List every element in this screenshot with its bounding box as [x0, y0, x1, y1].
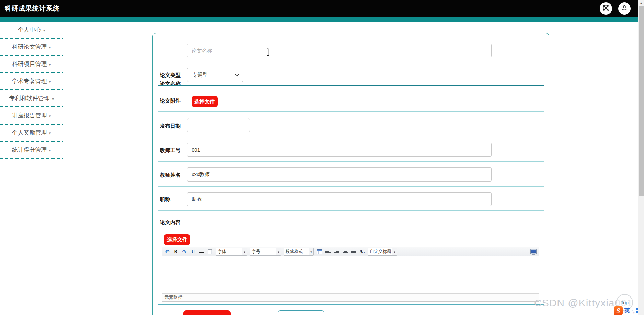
scrollbar-thumb[interactable] — [639, 6, 644, 196]
justify-glyph — [351, 249, 356, 254]
align-left-glyph — [325, 249, 331, 254]
user-icon — [621, 5, 628, 12]
app-title: 科研成果统计系统 — [5, 4, 60, 13]
text-cursor — [266, 48, 271, 58]
ime-language-toggle[interactable]: 英 — [624, 307, 630, 314]
sidebar-divider — [0, 158, 63, 159]
page-icon — [208, 249, 212, 254]
sidebar-item-patent-software-mgmt[interactable]: 专利和软件管理 ▾ — [0, 90, 63, 106]
app-window: 科研成果统计系统 — [0, 0, 644, 315]
sidebar-item-label: 讲座报告管理 — [12, 112, 47, 119]
job-title-label: 职称 — [160, 196, 170, 203]
ime-punctuation-toggle[interactable]: ·, — [632, 308, 635, 314]
sidebar-item-personal-award-mgmt[interactable]: 个人奖励管理 ▾ — [0, 125, 63, 141]
chevron-down-icon: ▾ — [49, 131, 51, 136]
chevron-down-icon: ▾ — [49, 114, 51, 118]
topbar: 科研成果统计系统 — [0, 0, 638, 17]
row-divider — [158, 60, 544, 60]
editor-toolbar: ↶ B ↷ U — 字体 ▾ 字号 ▾ 段落格式 ▾ — [162, 247, 539, 256]
paper-content-label: 论文内容 — [160, 219, 181, 226]
table-icon — [317, 249, 322, 254]
paper-attachment-file-button[interactable]: 选择文件 — [192, 96, 218, 107]
sogou-ime-icon[interactable]: S — [614, 306, 623, 315]
sidebar-item-label: 科研项目管理 — [12, 60, 47, 68]
paper-content-file-button[interactable]: 选择文件 — [164, 234, 190, 245]
editor-content-area[interactable] — [162, 256, 539, 293]
chevron-down-icon: ▾ — [49, 80, 51, 84]
publish-date-label: 发布日期 — [160, 123, 181, 129]
paragraph-format-select[interactable]: 段落格式 ▾ — [284, 248, 314, 256]
underline-icon[interactable]: U — [190, 248, 196, 255]
undo-icon[interactable]: ↶ — [164, 248, 170, 255]
paper-name-input[interactable] — [187, 44, 492, 57]
align-left-icon[interactable] — [325, 248, 331, 255]
insert-table-icon[interactable] — [316, 248, 322, 255]
align-center-glyph — [343, 249, 348, 254]
align-right-icon[interactable] — [333, 248, 340, 255]
align-right-glyph — [334, 249, 339, 254]
accent-strip — [0, 17, 638, 22]
topbar-actions — [600, 0, 631, 17]
paper-type-selected-value: 专题型 — [192, 72, 235, 78]
sidebar-nav: 个人中心 ▾ 科研论文管理 ▾ 科研项目管理 ▾ 学术专著管理 ▾ 专利和软件管… — [0, 22, 63, 159]
chevron-down-icon: ▾ — [49, 148, 51, 153]
user-menu-button[interactable] — [618, 2, 631, 15]
redo-icon[interactable]: ↷ — [181, 248, 187, 255]
fullscreen-editor-icon[interactable] — [530, 249, 537, 254]
sidebar-item-paper-mgmt[interactable]: 科研论文管理 ▾ — [0, 39, 63, 55]
sidebar-item-monograph-mgmt[interactable]: 学术专著管理 ▾ — [0, 73, 63, 89]
paper-attachment-label: 论文附件 — [160, 98, 181, 104]
scrollbar-up-arrow[interactable]: ▲ — [638, 0, 644, 6]
teacher-name-input[interactable] — [187, 167, 492, 182]
sidebar-item-project-mgmt[interactable]: 科研项目管理 ▾ — [0, 56, 63, 72]
element-path-label: 元素路径: — [164, 294, 184, 301]
job-title-input[interactable] — [187, 192, 492, 206]
cancel-button[interactable]: 取消 — [278, 310, 324, 315]
fullscreen-button[interactable] — [600, 2, 612, 15]
submit-button[interactable]: 提交 — [183, 310, 231, 315]
bold-icon[interactable]: B — [173, 248, 179, 255]
align-center-icon[interactable] — [342, 248, 348, 255]
ime-toolbar: S 英 ·, — [614, 306, 642, 315]
chevron-down-icon: ▾ — [392, 248, 397, 255]
chevron-down-icon: ▾ — [364, 250, 365, 254]
teacher-name-label: 教师姓名 — [160, 172, 181, 178]
sidebar-item-personal-center[interactable]: 个人中心 ▾ — [0, 22, 63, 38]
chevron-down-icon: ▾ — [309, 248, 313, 255]
row-divider — [158, 85, 544, 86]
text-color-icon[interactable]: A▾ — [359, 248, 365, 255]
text-color-glyph: A — [359, 249, 363, 255]
sidebar-item-label: 个人中心 — [18, 26, 41, 34]
rich-text-editor: ↶ B ↷ U — 字体 ▾ 字号 ▾ 段落格式 ▾ — [162, 247, 539, 302]
teacher-id-label: 教师工号 — [160, 147, 181, 154]
paste-plain-icon[interactable] — [207, 248, 213, 255]
teacher-id-input[interactable] — [187, 143, 492, 157]
editor-status-bar: 元素路径: — [162, 293, 539, 301]
publish-date-input[interactable] — [187, 118, 250, 132]
paper-name-label: 论文名称 — [160, 81, 181, 87]
chevron-down-icon — [235, 72, 239, 78]
chevron-down-icon: ▾ — [242, 248, 247, 255]
chevron-down-icon: ▾ — [276, 248, 281, 255]
sidebar-item-label: 统计得分管理 — [12, 146, 47, 154]
paper-type-label: 论文类型 — [160, 72, 181, 79]
sidebar-item-score-stats-mgmt[interactable]: 统计得分管理 ▾ — [0, 142, 63, 158]
horizontal-rule-icon[interactable]: — — [198, 248, 205, 255]
font-family-select[interactable]: 字体 ▾ — [216, 248, 247, 256]
row-divider — [158, 137, 544, 137]
chevron-down-icon: ▾ — [52, 97, 54, 101]
paper-form-panel: 论文名称 论文类型 专题型 论文附件 选择文件 发布日期 教师工号 教师姓名 职… — [152, 33, 549, 315]
chevron-down-icon: ▾ — [49, 62, 51, 67]
justify-icon[interactable] — [350, 248, 357, 255]
row-divider — [158, 111, 544, 112]
sidebar-item-label: 个人奖励管理 — [12, 129, 47, 137]
custom-heading-select[interactable]: 自定义标题 ▾ — [368, 248, 397, 256]
chevron-down-icon: ▾ — [43, 28, 45, 33]
paper-type-select[interactable]: 专题型 — [187, 68, 243, 82]
row-divider — [158, 161, 544, 162]
sidebar-item-lecture-report-mgmt[interactable]: 讲座报告管理 ▾ — [0, 107, 63, 124]
row-divider — [158, 304, 544, 305]
font-size-select[interactable]: 字号 ▾ — [250, 248, 281, 256]
sidebar-item-label: 科研论文管理 — [12, 43, 47, 51]
window-scrollbar: ▲ — [638, 0, 644, 315]
